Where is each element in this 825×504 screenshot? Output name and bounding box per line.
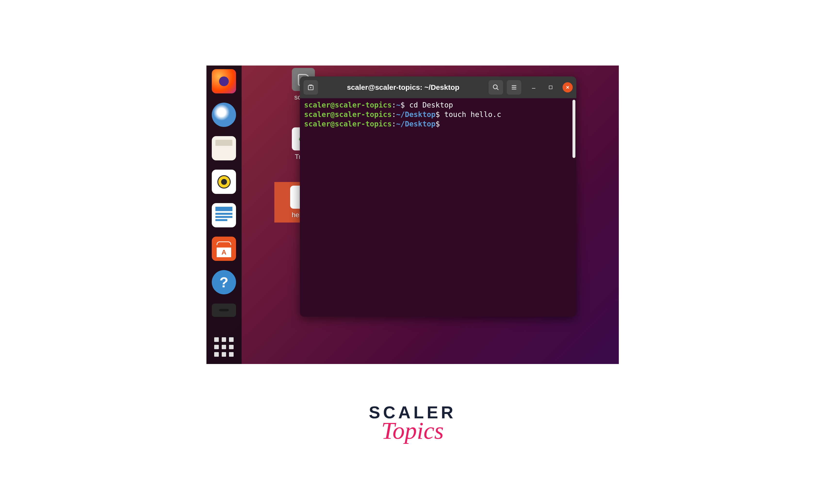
- dock-item-thunderbird[interactable]: [212, 103, 236, 127]
- dock: ?: [207, 66, 242, 364]
- dock-item-firefox[interactable]: [212, 69, 236, 93]
- minimize-button[interactable]: [529, 82, 539, 92]
- terminal-body[interactable]: scaler@scaler-topics:~$ cd Desktop scale…: [300, 98, 576, 317]
- close-button[interactable]: [562, 82, 573, 92]
- terminal-line: scaler@scaler-topics:~$ cd Desktop: [304, 100, 572, 110]
- close-icon: [565, 85, 570, 90]
- new-tab-button[interactable]: [303, 80, 318, 95]
- dock-item-running-indicator[interactable]: [212, 303, 236, 317]
- search-icon: [493, 84, 499, 91]
- dock-item-help[interactable]: ?: [212, 270, 236, 294]
- terminal-titlebar[interactable]: scaler@scaler-topics: ~/Desktop: [300, 76, 576, 98]
- svg-rect-2: [549, 86, 552, 89]
- search-button[interactable]: [489, 80, 503, 95]
- maximize-icon: [548, 85, 553, 89]
- menu-button[interactable]: [507, 80, 521, 95]
- svg-point-1: [493, 85, 497, 89]
- terminal-window: scaler@scaler-topics: ~/Desktop: [300, 76, 576, 317]
- terminal-title: scaler@scaler-topics: ~/Desktop: [322, 83, 485, 91]
- dock-item-libreoffice-writer[interactable]: [212, 203, 236, 227]
- terminal-line: scaler@scaler-topics:~/Desktop$: [304, 119, 572, 129]
- terminal-line: scaler@scaler-topics:~/Desktop$ touch he…: [304, 110, 572, 119]
- scaler-topics-logo: SCALER Topics: [369, 403, 456, 442]
- logo-line-2: Topics: [381, 420, 444, 442]
- terminal-scrollbar[interactable]: [573, 100, 575, 158]
- dock-item-ubuntu-software[interactable]: [212, 236, 236, 261]
- minimize-icon: [531, 85, 536, 90]
- hamburger-icon: [511, 84, 517, 91]
- dock-show-applications[interactable]: [214, 337, 234, 357]
- maximize-button[interactable]: [545, 82, 556, 92]
- window-controls: [529, 82, 573, 92]
- dock-item-rhythmbox[interactable]: [212, 169, 236, 194]
- ubuntu-desktop-screenshot: ? scaler Trash hello.c: [207, 66, 619, 364]
- dock-item-files[interactable]: [212, 136, 236, 160]
